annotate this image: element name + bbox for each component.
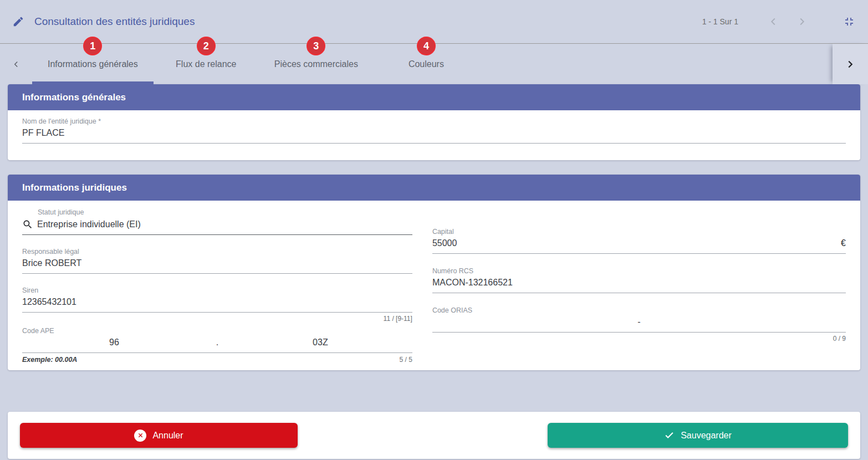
legal-right-column: Capital 55000 € Numéro RCS MACON-1321665… <box>432 208 846 364</box>
section-body: Nom de l'entité juridique * PF FLACE <box>8 110 860 160</box>
section-header: Informations générales <box>8 84 860 110</box>
siren-input[interactable]: 12365432101 <box>22 297 412 313</box>
tab-label: Informations générales <box>48 59 138 69</box>
field-code-orias: Code ORIAS - 0 / 9 <box>432 306 846 343</box>
title-wrap: Consultation des entités juridiques <box>12 16 195 28</box>
cancel-button[interactable]: Annuler <box>20 423 298 448</box>
rcs-input[interactable]: MACON-132166521 <box>432 278 846 293</box>
section-informations-juridiques: Informations juridiques Statut juridique… <box>8 175 860 370</box>
legal-left-column: Statut juridique Entreprise individuelle… <box>22 208 412 364</box>
siren-counter: 11 / [9-11] <box>22 315 412 323</box>
tab-label: Couleurs <box>409 59 444 69</box>
orias-label: Code ORIAS <box>432 306 846 314</box>
capital-value: 55000 <box>432 238 457 248</box>
capital-label: Capital <box>432 228 846 236</box>
code-ape-example: Exemple: 00.00A <box>22 356 77 364</box>
responsable-label: Responsable légal <box>22 248 412 255</box>
section-header: Informations juridiques <box>8 175 860 201</box>
statut-value: Entreprise individuelle (EI) <box>37 219 141 229</box>
save-check-icon <box>664 430 675 441</box>
tab-pieces-commerciales[interactable]: 3 Pièces commerciales <box>259 44 374 84</box>
code-ape-inputs: 96 . 03Z <box>22 338 412 353</box>
tab-scroll-right-button[interactable] <box>833 44 868 84</box>
field-entity-name: Nom de l'entité juridique * PF FLACE <box>22 117 846 144</box>
edit-icon <box>12 16 24 28</box>
tab-scroll-left-button[interactable] <box>0 44 32 84</box>
rcs-label: Numéro RCS <box>432 267 846 275</box>
cancel-icon <box>134 430 146 442</box>
tab-couleurs[interactable]: 4 Couleurs <box>374 44 479 84</box>
tabs: 1 Informations générales 2 Flux de relan… <box>32 44 479 84</box>
tab-badge-1: 1 <box>83 37 102 55</box>
statut-search-icon <box>22 219 33 230</box>
code-ape-counter: 5 / 5 <box>400 356 412 364</box>
collapse-icon[interactable] <box>843 15 856 28</box>
top-bar: Consultation des entités juridiques 1 - … <box>0 0 868 44</box>
tab-badge-2: 2 <box>197 37 216 55</box>
code-ape-input-2[interactable]: 03Z <box>228 338 412 347</box>
capital-input[interactable]: 55000 € <box>432 238 846 254</box>
code-ape-input-1[interactable]: 96 <box>22 338 206 347</box>
field-capital: Capital 55000 € <box>432 228 846 254</box>
record-pagination: 1 - 1 Sur 1 <box>702 17 738 26</box>
tab-flux-de-relance[interactable]: 2 Flux de relance <box>154 44 259 84</box>
tab-strip: 1 Informations générales 2 Flux de relan… <box>0 44 868 84</box>
entity-name-label: Nom de l'entité juridique * <box>22 117 846 125</box>
section-title: Informations juridiques <box>22 182 127 193</box>
action-bar: Annuler Sauvegarder <box>8 412 860 459</box>
section-title: Informations générales <box>22 92 126 103</box>
euro-suffix: € <box>841 238 846 248</box>
field-numero-rcs: Numéro RCS MACON-132166521 <box>432 267 846 293</box>
responsable-input[interactable]: Brice ROBERT <box>22 258 412 274</box>
tab-informations-generales[interactable]: 1 Informations générales <box>32 44 154 84</box>
orias-input[interactable]: - <box>432 317 846 333</box>
orias-counter: 0 / 9 <box>432 335 846 343</box>
save-label: Sauvegarder <box>681 431 732 441</box>
field-siren: Siren 12365432101 11 / [9-11] <box>22 287 412 323</box>
siren-label: Siren <box>22 287 412 294</box>
tab-label: Flux de relance <box>176 59 236 69</box>
save-button[interactable]: Sauvegarder <box>548 423 848 448</box>
tab-scroll-left-icon <box>11 59 21 69</box>
topbar-right: 1 - 1 Sur 1 <box>702 15 856 28</box>
code-ape-hint-row: Exemple: 00.00A 5 / 5 <box>22 356 412 364</box>
prev-record-icon[interactable] <box>767 16 779 28</box>
page-title: Consultation des entités juridiques <box>34 16 195 28</box>
statut-label: Statut juridique <box>38 208 412 216</box>
section-informations-generales: Informations générales Nom de l'entité j… <box>8 84 860 160</box>
field-code-ape: Code APE 96 . 03Z Exemple: 00.00A 5 / 5 <box>22 327 412 364</box>
tab-scroll-right-icon <box>844 58 856 70</box>
cancel-label: Annuler <box>152 431 183 441</box>
tab-badge-4: 4 <box>417 37 436 55</box>
code-ape-separator: . <box>206 338 228 347</box>
tab-label: Pièces commerciales <box>274 59 358 69</box>
field-statut-juridique: Statut juridique Entreprise individuelle… <box>22 208 412 235</box>
statut-lookup-input[interactable]: Entreprise individuelle (EI) <box>22 219 412 235</box>
tab-badge-3: 3 <box>307 37 325 55</box>
entity-name-input[interactable]: PF FLACE <box>22 128 846 144</box>
section-body: Statut juridique Entreprise individuelle… <box>8 201 860 370</box>
code-ape-label: Code APE <box>22 327 412 335</box>
next-record-icon[interactable] <box>796 16 808 28</box>
field-responsable-legal: Responsable légal Brice ROBERT <box>22 248 412 274</box>
active-tab-underline <box>32 81 154 84</box>
